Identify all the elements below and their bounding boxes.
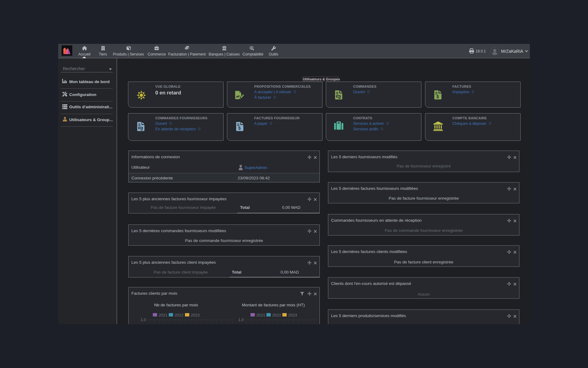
svg-text:$: $ bbox=[251, 47, 252, 49]
svg-text:$: $ bbox=[238, 126, 241, 131]
svg-text:$: $ bbox=[436, 94, 439, 99]
